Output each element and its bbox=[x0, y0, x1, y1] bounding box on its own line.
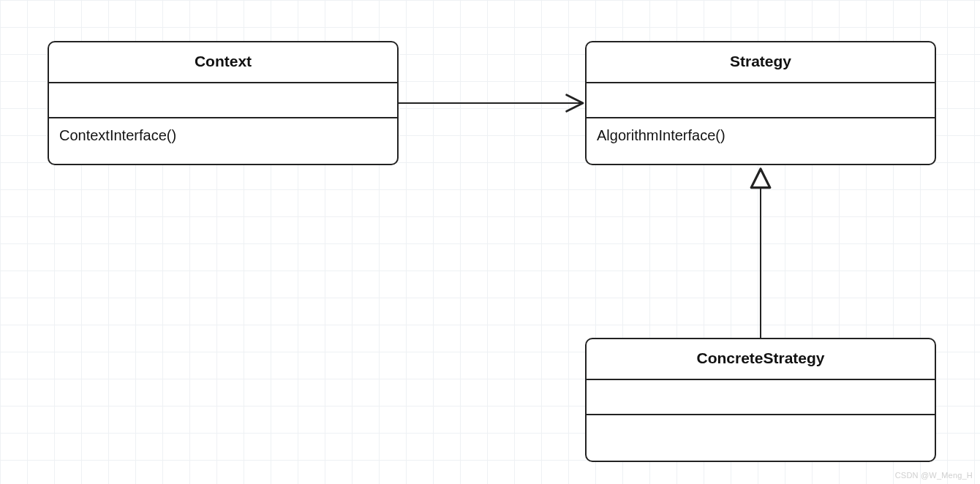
watermark: CSDN @W_Meng_H bbox=[895, 471, 973, 480]
class-title: Strategy bbox=[587, 42, 935, 83]
class-operations bbox=[587, 415, 935, 447]
uml-class-strategy: Strategy AlgorithmInterface() bbox=[585, 41, 936, 165]
class-title: Context bbox=[49, 42, 397, 83]
class-attributes bbox=[587, 83, 935, 118]
uml-class-concrete-strategy: ConcreteStrategy bbox=[585, 338, 936, 462]
uml-class-context: Context ContextInterface() bbox=[48, 41, 399, 165]
class-attributes bbox=[49, 83, 397, 118]
class-attributes bbox=[587, 380, 935, 415]
class-title: ConcreteStrategy bbox=[587, 339, 935, 380]
class-operations: AlgorithmInterface() bbox=[587, 118, 935, 153]
class-operations: ContextInterface() bbox=[49, 118, 397, 153]
